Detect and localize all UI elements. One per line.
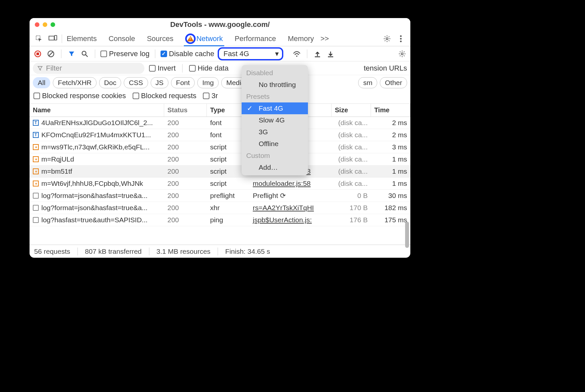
hide-data-urls-checkbox[interactable]: Hide data [189,64,228,73]
filter-icon[interactable] [67,49,76,59]
table-row[interactable]: log?format=json&hasfast=true&a...200pref… [30,190,410,202]
type-chip-other[interactable]: Other [380,77,407,88]
table-row[interactable]: KFOmCnqEu92Fr1Mu4mxKKTU1...200fontn3:(di… [30,129,410,141]
request-initiator[interactable]: Preflight ⟳ [249,190,332,202]
type-chip-wasm[interactable]: sm [358,77,377,88]
divider [182,64,183,73]
close-window-button[interactable] [35,22,39,27]
blocked-response-cookies-checkbox[interactable]: Blocked response cookies [33,92,126,100]
table-row[interactable]: m=Wt6vjf,hhhU8,FCpbqb,WhJNk200scriptmodu… [30,178,410,190]
device-toolbar-icon[interactable] [47,33,58,44]
type-chip-all[interactable]: All [33,77,50,88]
kebab-menu-icon[interactable] [395,33,406,44]
table-row[interactable]: log?hasfast=true&auth=SAPISID...200pingj… [30,214,410,226]
request-status: 200 [164,153,207,165]
tab-console[interactable]: Console [109,31,135,46]
network-toolbar: Preserve log Disable cache Fast 4G ▾ [30,46,410,61]
table-row[interactable]: m=bm51tf200scriptmoduleloader.js:58(disk… [30,165,410,178]
divider [307,50,307,58]
table-row[interactable]: 4UaRrENHsxJlGDuGo1OIlJfC6l_2...200fontn3… [30,117,410,129]
svg-point-11 [82,51,86,55]
dropdown-item[interactable]: Slow 4G [242,114,308,126]
invert-checkbox[interactable]: Invert [149,64,176,73]
col-name[interactable]: Name [30,104,164,117]
col-size[interactable]: Size [332,104,371,117]
request-time: 1 ms [371,165,410,177]
upload-har-icon[interactable] [313,49,322,59]
svg-rect-1 [49,36,54,40]
record-button[interactable] [33,49,43,59]
checkbox-icon [133,93,139,99]
network-settings-icon[interactable] [397,49,407,59]
inspect-element-icon[interactable] [33,33,45,44]
request-time: 30 ms [371,190,410,202]
checkbox-icon [203,93,209,99]
request-time: 182 ms [371,202,410,214]
throttling-dropdown: DisabledNo throttlingPresetsFast 4GSlow … [242,65,308,175]
tab-sources[interactable]: Sources [147,31,173,46]
tab-memory[interactable]: Memory [288,31,314,46]
type-chip-fetch-xhr[interactable]: Fetch/XHR [53,77,97,88]
search-icon[interactable] [80,49,90,59]
divider [149,248,149,255]
type-chip-font[interactable]: Font [171,77,195,88]
clear-button[interactable] [46,49,56,59]
svg-point-4 [400,35,402,37]
divider [155,50,155,58]
download-har-icon[interactable] [326,49,336,59]
traffic-lights [30,22,55,27]
tab-performance[interactable]: Performance [235,31,276,46]
preserve-log-checkbox[interactable]: Preserve log [100,50,150,58]
request-type: ping [207,214,249,226]
throttling-select[interactable]: Fast 4G ▾ [218,47,283,60]
type-chip-js[interactable]: JS [151,77,169,88]
tab-elements[interactable]: Elements [67,31,97,46]
col-status[interactable]: Status [164,104,207,117]
zoom-window-button[interactable] [51,22,55,27]
dropdown-item[interactable]: Offline [242,138,308,150]
type-chip-doc[interactable]: Doc [99,77,121,88]
request-initiator[interactable]: rs=AA2YrTskXiTqHI [249,202,332,214]
request-name: log?hasfast=true&auth=SAPISID... [41,216,147,224]
request-name: m=bm51tf [41,167,72,175]
dropdown-item[interactable]: No throttling [242,79,308,91]
blocked-requests-checkbox[interactable]: Blocked requests [133,92,197,100]
warning-icon [185,33,196,44]
request-time: 2 ms [371,129,410,141]
dropdown-item[interactable]: Add… [242,162,308,173]
dropdown-item[interactable]: Fast 4G [242,102,308,114]
checkbox-icon [33,93,40,99]
table-header: Name Status Type Initiator Size Time [30,104,410,117]
request-time: 3 ms [371,141,410,153]
titlebar: DevTools - www.google.com/ [30,18,410,31]
table-row[interactable]: m=ws9Tlc,n73qwf,GkRiKb,e5qFL...200script… [30,141,410,153]
filter-input[interactable]: Filter [33,63,144,74]
dropdown-item[interactable]: 3G [242,126,308,138]
table-row[interactable]: log?format=json&hasfast=true&a...200xhrr… [30,202,410,214]
col-time[interactable]: Time [371,104,410,117]
type-chip-img[interactable]: Img [197,77,219,88]
scrollbar-thumb[interactable] [405,222,409,248]
file-type-icon [33,120,39,126]
minimize-window-button[interactable] [43,22,47,27]
request-initiator[interactable]: jspb$UserAction.js: [249,214,332,226]
third-party-checkbox[interactable]: 3r [203,92,218,100]
request-status: 200 [164,178,207,189]
request-size: (disk ca... [332,165,371,177]
network-conditions-icon[interactable] [292,49,302,59]
settings-icon[interactable] [381,33,393,44]
request-name: m=RqjULd [41,155,74,163]
disable-cache-checkbox[interactable]: Disable cache [161,50,214,58]
request-status: 200 [164,117,207,129]
type-chip-css[interactable]: CSS [124,77,148,88]
tab-network[interactable]: Network [185,31,223,46]
request-name: log?format=json&hasfast=true&a... [41,204,147,212]
checkbox-icon [189,65,196,72]
svg-point-6 [400,40,402,42]
tabs-overflow[interactable]: >> [320,34,329,43]
divider [62,34,62,43]
throttling-value: Fast 4G [224,50,249,58]
blocked-requests-label: Blocked requests [141,92,197,100]
request-initiator[interactable]: moduleloader.js:58 [249,178,332,189]
table-row[interactable]: m=RqjULd200script58(disk ca...1 ms [30,153,410,165]
